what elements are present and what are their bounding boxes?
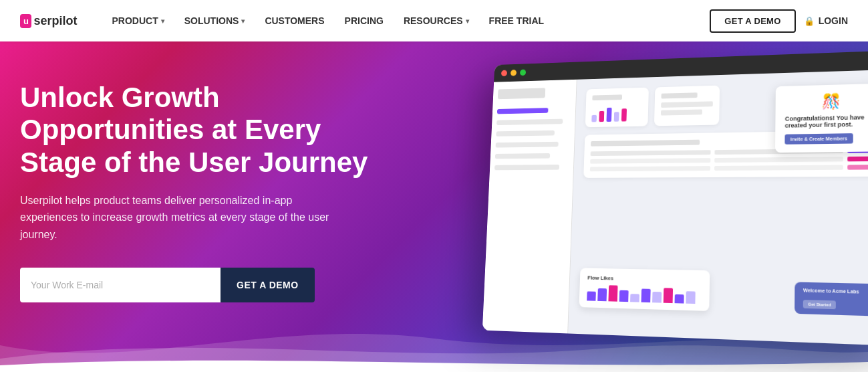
window-close-dot xyxy=(501,70,507,76)
popup-action-button: Invite & Create Members xyxy=(784,133,853,145)
sidebar-logo xyxy=(498,88,545,99)
sidebar-item xyxy=(497,108,549,114)
mockup-window: 🎊 Congratulations! You have created your… xyxy=(482,50,868,346)
action-card: Welcome to Acme Labs Get Started xyxy=(794,282,868,317)
login-button[interactable]: 🔒 LOGIN xyxy=(804,15,848,26)
mockup-sidebar xyxy=(482,80,577,334)
logo-box: u xyxy=(20,14,31,28)
lower-card: Flow Likes xyxy=(579,268,710,311)
sidebar-item xyxy=(496,142,559,148)
hero-form: GET A DEMO xyxy=(20,268,394,302)
popup-celebration-icon: 🎊 xyxy=(785,92,868,112)
email-input[interactable] xyxy=(20,268,221,302)
nav-item-solutions[interactable]: SOLUTIONS ▾ xyxy=(176,11,253,30)
congrats-popup: 🎊 Congratulations! You have created your… xyxy=(775,83,868,153)
chevron-down-icon: ▾ xyxy=(241,17,245,25)
logo[interactable]: u serpilot xyxy=(20,14,77,28)
nav-right: GET A DEMO 🔒 LOGIN xyxy=(710,9,848,33)
sidebar-item xyxy=(494,165,559,170)
sidebar-item xyxy=(495,153,551,159)
chevron-down-icon: ▾ xyxy=(466,17,469,25)
hero-get-demo-button[interactable]: GET A DEMO xyxy=(221,268,315,302)
logo-text: serpilot xyxy=(33,14,77,28)
nav-item-pricing[interactable]: PRICING xyxy=(337,11,392,30)
mockup-main-content: 🎊 Congratulations! You have created your… xyxy=(568,70,868,346)
get-demo-button[interactable]: GET A DEMO xyxy=(710,9,795,33)
hero-subtitle: Userpilot helps product teams deliver pe… xyxy=(20,192,341,244)
nav-item-free-trial[interactable]: FREE TRIAL xyxy=(481,11,552,30)
mockup-card-1 xyxy=(585,88,649,128)
navbar: u serpilot PRODUCT ▾ SOLUTIONS ▾ CUSTOME… xyxy=(0,0,868,41)
chevron-down-icon: ▾ xyxy=(161,17,164,25)
action-card-button: Get Started xyxy=(803,300,836,309)
mockup-body: 🎊 Congratulations! You have created your… xyxy=(482,70,868,346)
lower-card-bars xyxy=(587,285,702,304)
popup-title: Congratulations! You have created your f… xyxy=(785,114,868,129)
nav-item-customers[interactable]: CUSTOMERS xyxy=(257,11,332,30)
hero-section: Unlock Growth Opportunities at Every Sta… xyxy=(0,41,868,372)
lock-icon: 🔒 xyxy=(804,16,815,26)
hero-content: Unlock Growth Opportunities at Every Sta… xyxy=(20,82,394,302)
mockup-card-2 xyxy=(654,86,720,126)
nav-menu: PRODUCT ▾ SOLUTIONS ▾ CUSTOMERS PRICING … xyxy=(104,11,710,30)
sidebar-item xyxy=(496,130,555,136)
window-minimize-dot xyxy=(511,70,517,76)
lower-card-title: Flow Likes xyxy=(587,275,702,284)
hero-title: Unlock Growth Opportunities at Every Sta… xyxy=(20,82,394,179)
sidebar-item xyxy=(496,119,563,125)
action-card-text: Welcome to Acme Labs xyxy=(803,288,868,294)
dashboard-mockup: 🎊 Congratulations! You have created your… xyxy=(482,50,868,346)
nav-item-resources[interactable]: RESOURCES ▾ xyxy=(396,11,477,30)
window-expand-dot xyxy=(520,70,526,76)
nav-item-product[interactable]: PRODUCT ▾ xyxy=(104,11,172,30)
